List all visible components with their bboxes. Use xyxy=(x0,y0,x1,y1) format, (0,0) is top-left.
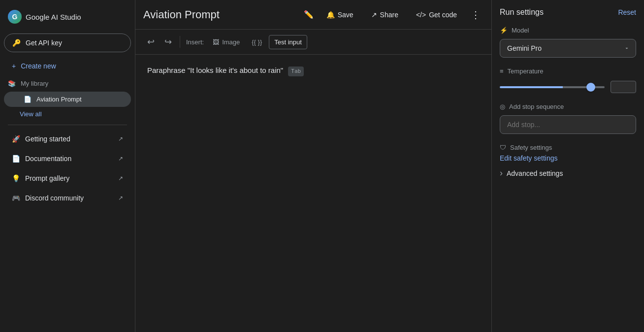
key-icon: 🔑 xyxy=(12,39,21,47)
logo-icon: G xyxy=(8,10,22,24)
topbar: Aviation Prompt ✏️ 🔔 Save ↗ Share </> Ge… xyxy=(135,0,491,30)
editor-toolbar: ↩ ↪ Insert: 🖼 Image {{ }} Test input xyxy=(135,30,491,55)
insert-variable-button[interactable]: {{ }} xyxy=(247,35,267,49)
external-link-icon-3: ↗ xyxy=(118,175,123,182)
save-button[interactable]: 🔔 Save xyxy=(320,7,360,23)
advanced-settings-section: › Advanced settings xyxy=(492,164,644,182)
getting-started-label: Getting started xyxy=(25,135,70,143)
temperature-section: ≡ Temperature 0.9 xyxy=(492,64,644,99)
getting-started-icon: 🚀 xyxy=(12,135,20,143)
insert-image-button[interactable]: 🖼 Image xyxy=(208,35,245,49)
editor-area[interactable]: Paraphrase "It looks like it's about to … xyxy=(135,55,491,332)
toolbar-divider xyxy=(180,36,180,48)
documentation-icon: 📄 xyxy=(12,155,20,163)
tab-badge: Tab xyxy=(288,66,304,76)
app-title: Google AI Studio xyxy=(26,13,81,21)
prompt-gallery-icon: 💡 xyxy=(12,174,20,182)
create-new-button[interactable]: + Create new xyxy=(4,57,131,75)
get-code-button[interactable]: </> Get code xyxy=(409,7,464,23)
page-title: Aviation Prompt xyxy=(143,8,298,21)
model-label: ⚡ Model xyxy=(500,27,636,34)
model-select[interactable]: Gemini Pro Gemini Pro Vision Gemini 1.5 … xyxy=(500,39,636,58)
panel-header: Run settings Reset xyxy=(492,0,644,21)
chevron-icon: › xyxy=(500,168,503,178)
undo-button[interactable]: ↩ xyxy=(143,33,159,50)
stop-sequence-label: ◎ Add stop sequence xyxy=(500,103,636,110)
advanced-settings-label: Advanced settings xyxy=(507,169,563,177)
edit-title-button[interactable]: ✏️ xyxy=(302,8,316,21)
documentation-label: Documentation xyxy=(25,155,71,163)
redo-button[interactable]: ↪ xyxy=(161,33,176,50)
temperature-slider[interactable] xyxy=(500,86,605,88)
panel-title: Run settings xyxy=(500,8,544,17)
save-icon: 🔔 xyxy=(326,11,335,19)
topbar-actions: 🔔 Save ↗ Share </> Get code ⋮ xyxy=(320,6,483,24)
prompt-gallery-label: Prompt gallery xyxy=(25,174,69,182)
stop-sequence-section: ◎ Add stop sequence xyxy=(492,99,644,140)
more-options-button[interactable]: ⋮ xyxy=(468,6,483,24)
get-api-label: Get API key xyxy=(26,39,62,47)
temperature-value[interactable]: 0.9 xyxy=(611,81,636,93)
save-label: Save xyxy=(338,11,354,19)
stop-sequence-label-text: Add stop sequence xyxy=(509,103,564,110)
share-label: Share xyxy=(380,11,398,19)
safety-icon: 🛡 xyxy=(500,144,506,151)
my-library-label: My library xyxy=(21,80,48,87)
get-api-button[interactable]: 🔑 Get API key xyxy=(4,33,131,52)
get-code-label: Get code xyxy=(429,11,457,19)
app-logo: G Google AI Studio xyxy=(0,4,135,32)
temperature-label: ≡ Temperature xyxy=(500,67,636,75)
my-library-header: 📚 My library xyxy=(0,76,135,91)
share-icon: ↗ xyxy=(371,11,377,19)
library-icon: 📚 xyxy=(8,80,16,87)
stop-sequence-input[interactable] xyxy=(500,115,636,134)
doc-icon: 📄 xyxy=(24,96,32,103)
sidebar-divider xyxy=(8,125,127,125)
run-settings-panel: Run settings Reset ⚡ Model Gemini Pro Ge… xyxy=(491,0,644,332)
external-link-icon-4: ↗ xyxy=(118,195,123,201)
prompt-gallery-link[interactable]: 💡 Prompt gallery ↗ xyxy=(4,169,131,187)
safety-label: 🛡 Safety settings xyxy=(500,144,636,151)
editor-text: Paraphrase "It looks like it's about to … xyxy=(147,66,283,74)
stop-icon: ◎ xyxy=(500,103,505,110)
temperature-icon: ≡ xyxy=(500,67,504,75)
code-icon: </> xyxy=(416,11,426,19)
aviation-prompt-label: Aviation Prompt xyxy=(36,96,82,103)
external-link-icon-2: ↗ xyxy=(118,155,123,162)
image-label: Image xyxy=(222,38,240,46)
image-icon: 🖼 xyxy=(213,38,219,46)
safety-label-text: Safety settings xyxy=(510,144,552,151)
discord-label: Discord community xyxy=(25,194,84,202)
documentation-link[interactable]: 📄 Documentation ↗ xyxy=(4,150,131,167)
create-new-label: Create new xyxy=(21,62,56,70)
sidebar: G Google AI Studio 🔑 Get API key + Creat… xyxy=(0,0,135,332)
model-section: ⚡ Model Gemini Pro Gemini Pro Vision Gem… xyxy=(492,21,644,64)
reset-button[interactable]: Reset xyxy=(618,8,636,16)
discord-icon: 🎮 xyxy=(12,194,20,202)
edit-safety-settings-link[interactable]: Edit safety settings xyxy=(500,153,558,163)
external-link-icon-1: ↗ xyxy=(118,135,123,142)
temperature-row: 0.9 xyxy=(500,81,636,93)
insert-label: Insert: xyxy=(184,38,206,46)
braces-icon: {{ }} xyxy=(252,38,262,46)
sidebar-item-aviation-prompt[interactable]: 📄 Aviation Prompt xyxy=(4,92,131,107)
view-all-link[interactable]: View all xyxy=(0,107,135,121)
safety-settings-section: 🛡 Safety settings Edit safety settings xyxy=(492,140,644,164)
plus-icon: + xyxy=(12,62,16,70)
model-label-text: Model xyxy=(512,27,529,34)
model-icon: ⚡ xyxy=(500,27,508,34)
temperature-label-text: Temperature xyxy=(508,67,544,75)
test-input-label: Test input xyxy=(274,38,302,46)
getting-started-link[interactable]: 🚀 Getting started ↗ xyxy=(4,130,131,148)
main-content: Aviation Prompt ✏️ 🔔 Save ↗ Share </> Ge… xyxy=(135,0,491,332)
advanced-settings-toggle[interactable]: › Advanced settings xyxy=(500,168,563,178)
test-input-button[interactable]: Test input xyxy=(269,35,307,49)
editor-content: Paraphrase "It looks like it's about to … xyxy=(147,65,480,76)
discord-community-link[interactable]: 🎮 Discord community ↗ xyxy=(4,189,131,207)
share-button[interactable]: ↗ Share xyxy=(364,7,405,23)
